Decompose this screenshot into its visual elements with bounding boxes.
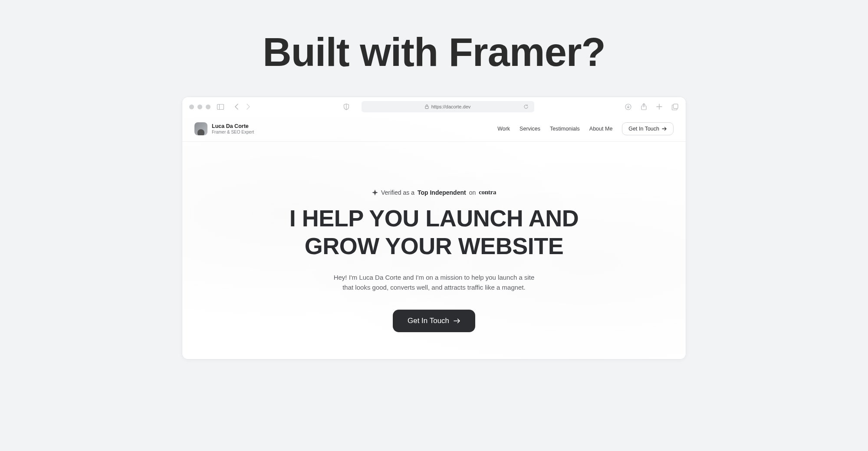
share-icon[interactable] — [640, 103, 648, 111]
maximize-icon[interactable] — [206, 105, 210, 109]
hero-cta-button[interactable]: Get In Touch — [393, 310, 475, 332]
avatar — [194, 122, 207, 135]
brand-tagline: Framer & SEO Expert — [212, 130, 254, 135]
url-text: https://dacorte.dev — [431, 104, 471, 109]
website-viewport: Luca Da Corte Framer & SEO Expert Work S… — [182, 116, 686, 359]
nav-about[interactable]: About Me — [589, 126, 613, 132]
hero-sub-line2: that looks good, converts well, and attr… — [342, 284, 526, 291]
nav-testimonials[interactable]: Testimonials — [550, 126, 580, 132]
traffic-lights — [189, 105, 210, 109]
sparkle-icon — [372, 190, 378, 196]
nav-cta-label: Get In Touch — [628, 126, 659, 132]
hero-title-line1: I HELP YOU LAUNCH AND — [289, 205, 579, 231]
hero-cta-label: Get In Touch — [408, 317, 449, 325]
lock-icon — [425, 105, 429, 109]
verified-rank: Top Independent — [418, 189, 466, 196]
hero-sub-line1: Hey! I'm Luca Da Corte and I'm on a miss… — [334, 274, 535, 281]
address-bar[interactable]: https://dacorte.dev — [362, 101, 534, 112]
page-title: Built with Framer? — [0, 0, 868, 75]
hero-title-line2: GROW YOUR WEBSITE — [305, 233, 564, 259]
arrow-right-icon — [454, 318, 460, 324]
verified-badge: Verified as a Top Independent on contra — [208, 189, 660, 196]
site-nav: Work Services Testimonials About Me Get … — [497, 122, 674, 135]
hero-title: I HELP YOU LAUNCH AND GROW YOUR WEBSITE — [208, 205, 660, 260]
site-header: Luca Da Corte Framer & SEO Expert Work S… — [182, 116, 686, 142]
new-tab-icon[interactable] — [655, 103, 663, 111]
forward-icon[interactable] — [244, 103, 252, 111]
svg-rect-2 — [425, 106, 428, 109]
shield-icon[interactable] — [342, 103, 350, 111]
contra-logo: contra — [479, 189, 496, 196]
brand-name: Luca Da Corte — [212, 123, 254, 130]
refresh-icon[interactable] — [522, 103, 530, 111]
arrow-right-icon — [662, 127, 667, 131]
browser-toolbar: https://dacorte.dev — [182, 97, 686, 116]
sidebar-toggle-icon[interactable] — [217, 103, 224, 111]
close-icon[interactable] — [189, 105, 194, 109]
brand[interactable]: Luca Da Corte Framer & SEO Expert — [194, 122, 254, 135]
back-icon[interactable] — [232, 103, 240, 111]
svg-rect-0 — [217, 104, 224, 109]
verified-prefix: Verified as a — [381, 189, 414, 196]
browser-window: https://dacorte.dev — [182, 97, 686, 359]
minimize-icon[interactable] — [197, 105, 202, 109]
hero-section: Verified as a Top Independent on contra … — [182, 142, 686, 350]
nav-cta-button[interactable]: Get In Touch — [622, 122, 674, 135]
hero-subtitle: Hey! I'm Luca Da Corte and I'm on a miss… — [208, 273, 660, 292]
nav-work[interactable]: Work — [497, 126, 510, 132]
nav-services[interactable]: Services — [519, 126, 540, 132]
verified-on: on — [469, 189, 476, 196]
downloads-icon[interactable] — [624, 103, 632, 111]
tabs-icon[interactable] — [671, 103, 679, 111]
svg-rect-5 — [673, 104, 678, 108]
